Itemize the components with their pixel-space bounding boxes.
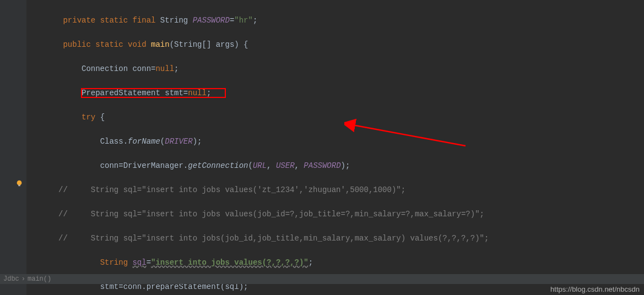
keyword: try [82, 113, 100, 122]
type: Class [100, 137, 123, 146]
intention-bulb-icon[interactable] [15, 179, 23, 187]
code-editor[interactable]: private static final String PASSWORD="hr… [26, 0, 644, 274]
highlight-box-statement: PreparedStatement stmt=null; [82, 89, 225, 97]
gutter [0, 0, 26, 295]
type: DriverManager [123, 161, 183, 170]
keyword: private static final [63, 16, 160, 25]
breadcrumb[interactable]: Jdbc›main() [0, 274, 644, 284]
type: Connection [82, 64, 132, 73]
chevron-right-icon: › [21, 275, 25, 283]
comment: // [58, 208, 68, 220]
comment: // [58, 232, 68, 244]
breadcrumb-item[interactable]: main() [28, 275, 51, 283]
type: PreparedStatement [82, 89, 165, 97]
svg-point-0 [17, 181, 22, 185]
sql-string: "insert into jobs values(?,?,?,?)" [151, 258, 309, 267]
string: "hr" [234, 16, 253, 25]
type: String [174, 40, 202, 49]
keyword: public static void [63, 40, 151, 49]
comment: // [58, 184, 68, 196]
type: String [160, 16, 193, 25]
breadcrumb-item[interactable]: Jdbc [3, 275, 19, 283]
method: main [151, 40, 170, 49]
type: String [100, 258, 133, 267]
svg-rect-1 [18, 185, 20, 187]
field: PASSWORD [193, 16, 230, 25]
watermark: https://blog.csdn.net/nbcsdn [550, 284, 640, 295]
